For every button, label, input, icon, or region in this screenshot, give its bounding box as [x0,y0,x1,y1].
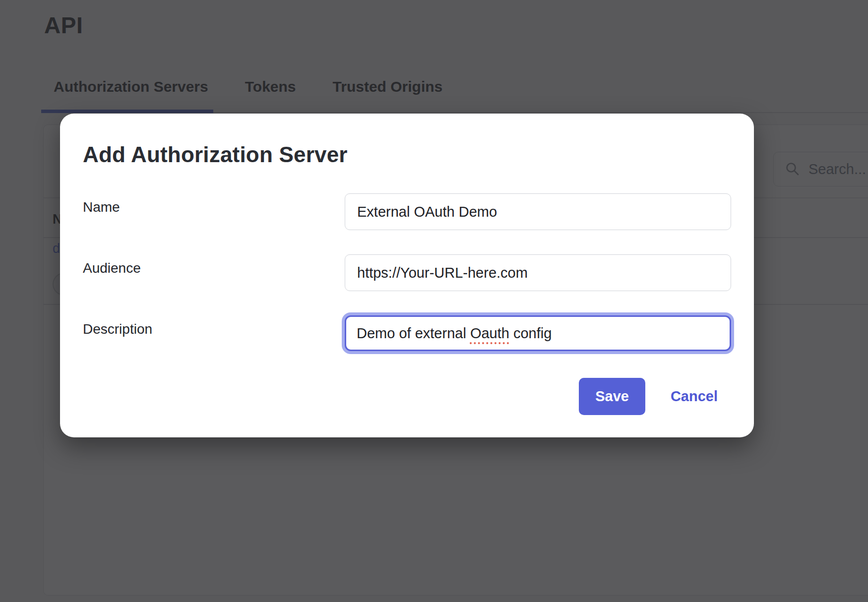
add-authorization-server-dialog: Add Authorization Server Name Audience D… [60,114,754,437]
audience-input[interactable] [345,254,731,291]
screen: API Authorization Servers Tokens Trusted… [0,0,868,602]
name-label: Name [83,193,345,215]
audience-field-row: Audience [83,254,731,291]
audience-label: Audience [83,254,345,276]
dialog-actions: Save Cancel [579,378,718,415]
save-button[interactable]: Save [579,378,645,415]
description-input[interactable]: Demo of external Oauth config [345,315,731,351]
description-text-before: Demo of external [357,325,470,341]
name-input[interactable] [345,193,731,230]
dialog-title: Add Authorization Server [83,142,348,167]
cancel-button[interactable]: Cancel [671,388,718,405]
name-field-row: Name [83,193,731,230]
description-misspelled-word: Oauth [470,325,509,341]
description-text-after: config [509,325,552,341]
description-label: Description [83,315,345,337]
description-field-row: Description Demo of external Oauth confi… [83,315,731,351]
